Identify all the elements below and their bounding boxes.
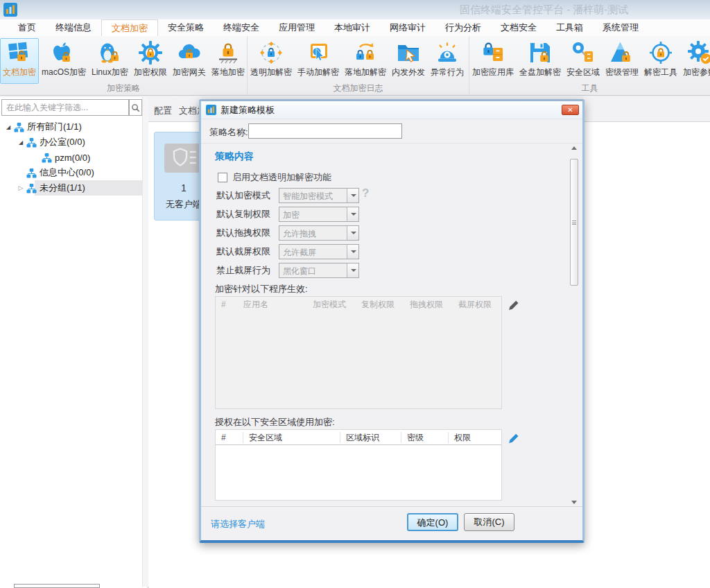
ribbon-item-encryption-gateway[interactable]: 加密网关: [170, 38, 209, 80]
chevron-down-icon[interactable]: [347, 245, 358, 259]
expander-expanded-icon[interactable]: ◢: [17, 139, 25, 146]
ribbon-item-security-zone[interactable]: 安全区域: [564, 38, 603, 80]
apple-lock-icon: [51, 40, 77, 65]
ribbon-item-full-disk-crypt[interactable]: 全盘加解密: [517, 38, 564, 80]
pyramid-lock-icon: [609, 40, 635, 65]
ribbon-item-abnormal-behavior[interactable]: 异常行为: [428, 38, 467, 80]
program-table-caption: 加密针对以下程序生效:: [215, 283, 308, 295]
dialog-footer: 请选择客户端 确定(O) 取消(C): [201, 506, 582, 540]
security-zone-table: # 安全区域 区域标识 密级 权限: [215, 429, 502, 501]
ribbon-item-transparent-crypt[interactable]: 透明加解密: [248, 38, 295, 80]
help-icon[interactable]: ?: [362, 187, 369, 200]
menu-tab-behavior-analysis[interactable]: 行为分析: [435, 19, 491, 36]
forbid-screenshot-behavior-select[interactable]: 黑化窗口: [279, 263, 359, 278]
content-tab-config[interactable]: 配置: [154, 105, 172, 117]
zone-table-header: # 安全区域 区域标识 密级 权限: [216, 430, 501, 445]
tree-item-info-center[interactable]: 信息中心(0/0): [0, 165, 141, 180]
ring-lock-icon: [258, 40, 284, 65]
expander-expanded-icon[interactable]: ◢: [4, 124, 12, 130]
dialog-vertical-scrollbar[interactable]: [569, 144, 580, 507]
menu-tab-doc-encryption[interactable]: 文档加密: [101, 19, 158, 36]
search-button[interactable]: [129, 99, 142, 116]
chevron-down-icon[interactable]: [347, 226, 358, 240]
lock-cabinet-icon: [480, 40, 506, 65]
window-title: 固信终端安全管控平台 - 潘梓萌-测试: [460, 3, 654, 17]
org-chart-icon: [42, 153, 52, 163]
ribbon-item-linux-encryption[interactable]: Linux加密: [89, 38, 131, 80]
chevron-down-icon[interactable]: [347, 189, 358, 202]
menu-tab-security-policy[interactable]: 安全策略: [158, 19, 214, 36]
tree-item-office[interactable]: ◢ 办公室(0/0): [0, 135, 141, 150]
menu-tab-toolbox[interactable]: 工具箱: [546, 19, 593, 36]
app-logo-icon: [3, 3, 17, 17]
lock-sync-icon: [352, 40, 379, 65]
ribbon-group-label: 文档加密日志: [248, 83, 469, 94]
default-screenshot-permission-select[interactable]: 允许截屏: [279, 244, 359, 259]
alarm-icon: [434, 40, 460, 65]
default-encrypt-mode-select[interactable]: 智能加密模式: [279, 188, 359, 203]
ribbon-item-encryption-params[interactable]: 加密参数: [680, 38, 710, 80]
default-drag-permission-select[interactable]: 允许拖拽: [279, 225, 359, 241]
menu-tab-local-audit[interactable]: 本地审计: [324, 19, 380, 36]
scroll-up-icon[interactable]: [571, 146, 577, 150]
policy-content-section-title: 策略内容: [215, 150, 254, 163]
default-screenshot-permission-row: 默认截屏权限 允许截屏: [216, 244, 359, 259]
ribbon-group-doc-encryption-logs: 透明加解密 手动加解密: [248, 36, 469, 96]
sidebar-vertical-scrollbar[interactable]: [142, 97, 148, 587]
default-copy-permission-row: 默认复制权限 加密: [216, 207, 359, 222]
app-window: 固信终端安全管控平台 - 潘梓萌-测试 首页 终端信息 文档加密 安全策略 终端…: [0, 0, 710, 588]
ribbon-item-doc-encryption[interactable]: 文档加密: [0, 38, 39, 84]
ribbon-item-landing-encryption[interactable]: 落地加密: [209, 38, 248, 80]
edit-zone-list-icon[interactable]: [508, 433, 519, 444]
tree-item-ungrouped[interactable]: ▷ 未分组(1/1): [0, 180, 141, 196]
default-copy-permission-select[interactable]: 加密: [279, 207, 359, 222]
search-input[interactable]: [1, 99, 129, 116]
default-encrypt-mode-row: 默认加密模式 智能加密模式: [216, 188, 359, 203]
floppy-lock-icon: [527, 40, 553, 65]
menu-tab-bar: 首页 终端信息 文档加密 安全策略 终端安全 应用管理 本地审计 网络审计 行为…: [0, 19, 710, 36]
ribbon-item-classification-management[interactable]: 密级管理: [603, 38, 641, 80]
ribbon-item-internal-external[interactable]: 内发外发: [389, 38, 428, 80]
windows-lock-icon: [6, 40, 33, 65]
department-sidebar: ◢ 所有部门(1/1) ◢ 办公室(0/0) pzm(0/0) 信息中心(0/0…: [0, 97, 148, 588]
department-tree: ◢ 所有部门(1/1) ◢ 办公室(0/0) pzm(0/0) 信息中心(0/0…: [0, 119, 141, 196]
menu-tab-home[interactable]: 首页: [8, 19, 46, 36]
tree-item-pzm[interactable]: pzm(0/0): [0, 150, 141, 165]
tree-item-all-departments[interactable]: ◢ 所有部门(1/1): [0, 119, 141, 135]
menu-tab-system-management[interactable]: 系统管理: [593, 19, 648, 36]
dialog-title-bar[interactable]: 新建策略模板 ✕: [201, 101, 582, 119]
menu-tab-app-management[interactable]: 应用管理: [269, 19, 324, 36]
policy-name-input[interactable]: [248, 123, 402, 139]
menu-tab-doc-security[interactable]: 文档安全: [491, 19, 546, 36]
sidebar-horizontal-scrollbar-thumb[interactable]: [14, 584, 100, 588]
ribbon-group-tools: 加密应用库 全盘加解密: [469, 36, 710, 96]
shield-list-icon: [164, 144, 203, 173]
scrollbar-thumb[interactable]: [570, 159, 578, 286]
menu-tab-network-audit[interactable]: 网络审计: [380, 19, 435, 36]
scroll-down-icon[interactable]: [571, 501, 577, 504]
ribbon-item-macos-encryption[interactable]: macOS加密: [39, 38, 89, 80]
new-policy-template-dialog: 新建策略模板 ✕ 策略名称: 策略内容 启用文档透明加解密功能 默认加密模式 智…: [199, 99, 585, 543]
transparent-crypt-checkbox[interactable]: [218, 173, 227, 182]
ribbon-item-encrypted-app-library[interactable]: 加密应用库: [469, 38, 517, 80]
chevron-down-icon[interactable]: [347, 263, 358, 277]
search-icon: [131, 103, 140, 112]
ribbon-item-decryption-tool[interactable]: 解密工具: [641, 38, 680, 80]
zone-table-caption: 授权在以下安全区域使用加密:: [215, 416, 335, 429]
ribbon-item-landing-crypt[interactable]: 落地加解密: [342, 38, 389, 80]
menu-tab-terminal-security[interactable]: 终端安全: [214, 19, 269, 36]
close-icon[interactable]: ✕: [562, 105, 579, 115]
ribbon-item-encryption-permission[interactable]: 加密权限: [131, 38, 170, 80]
chevron-down-icon[interactable]: [347, 207, 358, 221]
select-client-link[interactable]: 请选择客户端: [211, 518, 265, 530]
menu-tab-terminal-info[interactable]: 终端信息: [46, 19, 101, 36]
gear-lock-icon: [137, 40, 164, 65]
ribbon-group-label: 加密策略: [0, 83, 247, 94]
expander-collapsed-icon[interactable]: ▷: [17, 184, 25, 191]
ground-lock-icon: [215, 40, 241, 65]
cancel-button[interactable]: 取消(C): [464, 513, 514, 531]
penguin-lock-icon: [96, 40, 123, 65]
ok-button[interactable]: 确定(O): [407, 513, 458, 531]
ribbon-item-manual-crypt[interactable]: 手动加解密: [295, 38, 342, 80]
edit-program-list-icon[interactable]: [508, 300, 519, 311]
